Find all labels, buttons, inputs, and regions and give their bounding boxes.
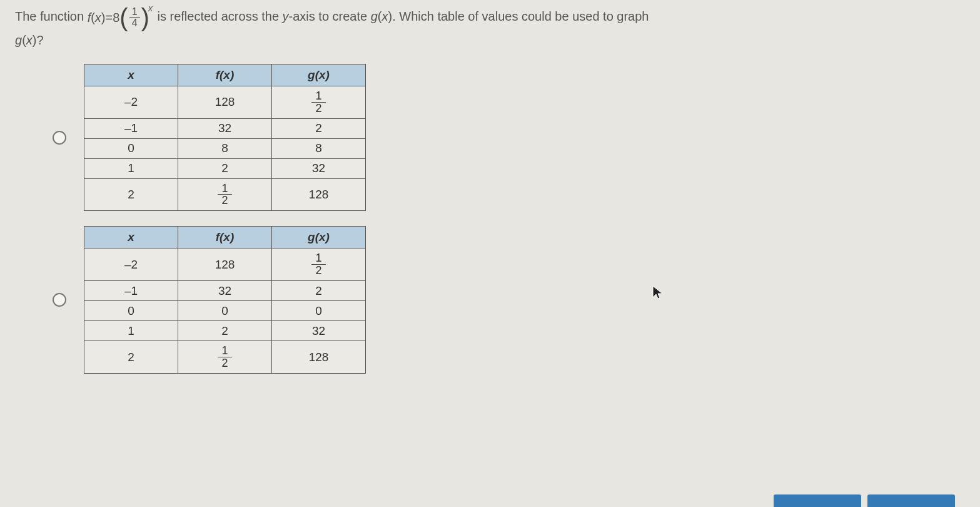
- bottom-button-2[interactable]: [867, 494, 955, 507]
- table-row: –212812: [84, 248, 366, 281]
- cell-x: –1: [84, 118, 178, 138]
- values-table-2: xf(x)g(x)–212812–13220001232212128: [84, 226, 366, 374]
- cell-gx: 8: [272, 138, 366, 158]
- cell-fx: 2: [178, 158, 272, 178]
- table-fraction: 12: [218, 182, 231, 208]
- table-fraction: 12: [311, 251, 325, 278]
- table-row: 088: [84, 138, 366, 158]
- col-x: x: [84, 64, 178, 86]
- cell-fx: 32: [178, 281, 272, 301]
- col-fx: f(x): [178, 64, 272, 86]
- q-fraction: (14): [119, 6, 149, 29]
- table-row: –1322: [84, 118, 366, 138]
- table-row: –212812: [84, 86, 366, 118]
- options-container: xf(x)g(x)–212812–13220881232212128xf(x)g…: [15, 64, 965, 374]
- cell-gx: 128: [272, 178, 366, 211]
- cell-gx: 32: [272, 158, 366, 178]
- radio-option-2[interactable]: [53, 293, 66, 307]
- cell-fx: 12: [178, 178, 272, 211]
- bottom-label-area: [642, 494, 767, 507]
- col-x: x: [84, 227, 178, 248]
- cell-fx: 12: [178, 341, 272, 374]
- values-table-1: xf(x)g(x)–212812–13220881232212128: [84, 64, 366, 212]
- q-mid: is reflected across the: [157, 9, 282, 23]
- q-lhs: f(x) = 8(14)x: [88, 6, 154, 29]
- cell-fx: 0: [178, 301, 272, 321]
- bottom-bar: [0, 494, 980, 507]
- table-fraction: 12: [311, 89, 325, 116]
- cell-x: 1: [84, 321, 178, 341]
- cell-gx: 2: [272, 281, 366, 301]
- cell-x: 0: [84, 301, 178, 321]
- col-gx: g(x): [272, 227, 366, 248]
- cell-x: 2: [84, 178, 178, 211]
- q-prefix: The function: [15, 9, 88, 23]
- cell-x: 0: [84, 138, 178, 158]
- cell-x: –2: [84, 248, 178, 281]
- option-2: xf(x)g(x)–212812–13220001232212128: [53, 226, 965, 374]
- table-row: 212128: [84, 178, 366, 211]
- cell-x: 1: [84, 158, 178, 178]
- table-row: –1322: [84, 281, 366, 301]
- bottom-button-1[interactable]: [774, 494, 861, 507]
- cell-x: 2: [84, 341, 178, 374]
- col-gx: g(x): [272, 64, 366, 86]
- cell-gx: 128: [272, 341, 366, 374]
- cell-x: –1: [84, 281, 178, 301]
- cell-gx: 12: [272, 86, 366, 118]
- cell-fx: 128: [178, 86, 272, 118]
- cell-fx: 32: [178, 118, 272, 138]
- cell-fx: 2: [178, 321, 272, 341]
- cell-gx: 2: [272, 118, 366, 138]
- question-text: The function f(x) = 8(14)x is reflected …: [15, 5, 965, 51]
- table-row: 212128: [84, 341, 366, 374]
- option-1: xf(x)g(x)–212812–13220881232212128: [53, 64, 965, 212]
- table-row: 000: [84, 301, 366, 321]
- radio-option-1[interactable]: [53, 131, 66, 145]
- cell-fx: 8: [178, 138, 272, 158]
- col-fx: f(x): [178, 227, 272, 248]
- cell-gx: 32: [272, 321, 366, 341]
- cell-fx: 128: [178, 248, 272, 281]
- table-row: 1232: [84, 321, 366, 341]
- table-fraction: 12: [218, 344, 231, 371]
- cell-x: –2: [84, 86, 178, 118]
- table-row: 1232: [84, 158, 366, 178]
- cell-gx: 12: [272, 248, 366, 281]
- cell-gx: 0: [272, 301, 366, 321]
